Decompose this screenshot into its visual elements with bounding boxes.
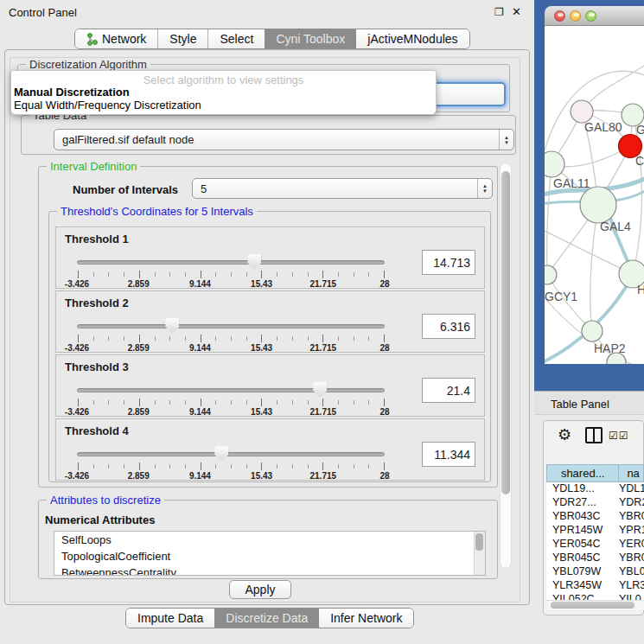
table-cell[interactable]: YDL1 [619, 482, 644, 496]
table-row[interactable]: YBR043CYBR0 [546, 510, 644, 524]
table-cell[interactable]: YIL0 [619, 593, 644, 600]
table-cell[interactable]: YDR2 [619, 496, 644, 510]
panel-vertical-scrollbar-thumb[interactable] [501, 171, 510, 494]
list-scrollbar[interactable] [474, 532, 485, 575]
stepper-arrows-icon[interactable]: ▲▼ [499, 130, 513, 150]
table-cell[interactable]: YBL079W [546, 565, 619, 579]
slider-thumb[interactable] [214, 446, 228, 462]
tab-jactivemnodules-label: jActiveMNodules [367, 32, 457, 46]
numerical-attributes-list[interactable]: SelfLoopsTopologicalCoefficientBetweenne… [54, 531, 486, 576]
threshold-4-value-field[interactable]: 11.344 [422, 442, 475, 467]
table-cell[interactable]: YDR27... [546, 496, 619, 510]
apply-button[interactable]: Apply [229, 580, 291, 599]
slider-tick-labels: -3.4262.8599.14415.4321.71528 [77, 279, 385, 290]
attribute-list-item[interactable]: TopologicalCoefficient [54, 548, 485, 564]
attribute-list-item[interactable]: SelfLoops [54, 532, 485, 548]
network-node-gal4[interactable] [580, 187, 616, 223]
list-scrollbar-thumb[interactable] [475, 533, 483, 551]
table-cell[interactable]: YDL19... [546, 482, 619, 496]
slider-track[interactable] [77, 324, 385, 328]
threshold-3-slider[interactable]: -3.4262.8599.14415.4321.71528 [77, 379, 385, 414]
tab-select[interactable]: Select [207, 29, 265, 48]
gear-icon[interactable]: ⚙ [558, 425, 571, 444]
table-cell[interactable]: YBR0 [619, 510, 644, 524]
stepper-arrows-icon[interactable]: ▲▼ [477, 179, 492, 198]
float-window-icon[interactable]: ❐ [494, 6, 504, 18]
tab-jactivemnodules[interactable]: jActiveMNodules [356, 29, 469, 48]
slider-track[interactable] [77, 388, 385, 392]
number-of-intervals-combobox[interactable]: 5 ▲▼ [192, 178, 493, 199]
tab-cyni-toolbox[interactable]: Cyni Toolbox [265, 29, 356, 48]
dropdown-option-equal-width-frequency[interactable]: Equal Width/Frequency Discretization [11, 99, 436, 112]
dropdown-option-manual-discretization[interactable]: Manual Discretization [11, 86, 436, 99]
slider-tick-label: 2.859 [128, 343, 150, 353]
threshold-1-label: Threshold 1 [65, 233, 129, 245]
network-node-label: H [637, 283, 644, 296]
slider-track[interactable] [77, 452, 385, 456]
slider-tick-labels: -3.4262.8599.14415.4321.71528 [77, 343, 385, 354]
threshold-3-value-field[interactable]: 21.4 [422, 378, 475, 403]
tab-discretize-data[interactable]: Discretize Data [214, 609, 319, 628]
table-cell[interactable]: YBR0 [619, 552, 644, 565]
table-cell[interactable]: YPR145W [546, 524, 619, 538]
network-view-canvas[interactable]: GAL80GACGAL11GAL4GCY1HHAP2 [545, 26, 644, 364]
slider-tick-label: 9.144 [189, 343, 211, 353]
table-cell[interactable]: YPR1 [619, 524, 644, 538]
table-row[interactable]: YIL052CYIL0 [546, 593, 644, 600]
table-data-combobox[interactable]: galFiltered.sif default node ▲▼ [54, 129, 514, 150]
table-header-row: shared... na [546, 464, 644, 482]
column-header-shared-name[interactable]: shared... [546, 464, 619, 482]
threshold-2-value-field[interactable]: 6.316 [422, 314, 475, 339]
table-cell[interactable]: YLR345W [546, 579, 619, 593]
table-cell[interactable]: YER054C [546, 538, 619, 552]
threshold-1-slider[interactable]: -3.4262.8599.14415.4321.71528 [77, 252, 385, 286]
table-cell[interactable]: YLR3 [619, 579, 644, 593]
network-window-titlebar[interactable] [545, 6, 644, 26]
tab-infer-network[interactable]: Infer Network [319, 609, 413, 628]
close-panel-icon[interactable]: ✕ [512, 5, 521, 18]
network-node-hap2[interactable] [582, 321, 603, 341]
window-zoom-icon[interactable] [585, 10, 596, 22]
table-row[interactable]: YLR345WYLR3 [546, 579, 644, 593]
slider-thumb[interactable] [313, 382, 327, 398]
table-rows[interactable]: YDL19...YDL1YDR27...YDR2YBR043CYBR0YPR14… [546, 482, 644, 600]
window-close-icon[interactable] [554, 10, 565, 22]
slider-track[interactable] [77, 260, 385, 265]
split-columns-icon[interactable] [585, 427, 603, 443]
tab-impute-data[interactable]: Impute Data [126, 609, 214, 628]
slider-thumb[interactable] [165, 318, 179, 334]
control-panel-tabbar: Network Style Select Cyni Toolbox jActiv… [74, 29, 470, 49]
table-cell[interactable]: YBL0 [619, 565, 644, 579]
network-edge[interactable] [590, 205, 598, 331]
slider-major-ticks [78, 335, 385, 342]
tab-style[interactable]: Style [157, 29, 207, 48]
slider-thumb[interactable] [247, 254, 261, 270]
table-row[interactable]: YDR27...YDR2 [546, 496, 644, 510]
threshold-1-value-field[interactable]: 14.713 [422, 250, 475, 275]
table-row[interactable]: YBL079WYBL0 [546, 565, 644, 579]
slider-tick-label: 28 [379, 343, 389, 353]
threshold-4-label: Threshold 4 [65, 424, 129, 437]
slider-major-ticks [78, 462, 385, 470]
table-horizontal-scrollbar-thumb[interactable] [551, 602, 634, 609]
tab-network[interactable]: Network [75, 29, 157, 48]
network-edge[interactable] [547, 164, 552, 275]
window-minimize-icon[interactable] [570, 10, 581, 22]
table-row[interactable]: YBR045CYBR0 [546, 552, 644, 565]
slider-tick-label: 15.43 [251, 343, 272, 353]
table-row[interactable]: YER054CYER0 [546, 538, 644, 552]
column-header-name[interactable]: na [619, 464, 644, 482]
table-cell[interactable]: YBR045C [546, 552, 619, 565]
table-cell[interactable]: YER0 [619, 538, 644, 552]
table-panel-body: ⚙ ☑☑ shared... na YDL19...YDL1YDR27...YD… [534, 415, 644, 644]
table-row[interactable]: YPR145WYPR1 [546, 524, 644, 538]
attribute-list-item[interactable]: BetweennessCentrality [54, 564, 485, 576]
table-cell[interactable]: YIL052C [546, 593, 619, 600]
threshold-4-slider[interactable]: -3.4262.8599.14415.4321.71528 [77, 443, 385, 478]
checkbox-filter-icons[interactable]: ☑☑ [609, 430, 629, 442]
threshold-2-slider[interactable]: -3.4262.8599.14415.4321.71528 [77, 316, 385, 350]
network-edge[interactable] [545, 229, 633, 274]
network-node-gcy1[interactable] [545, 265, 557, 284]
table-cell[interactable]: YBR043C [546, 510, 619, 524]
table-row[interactable]: YDL19...YDL1 [546, 482, 644, 496]
